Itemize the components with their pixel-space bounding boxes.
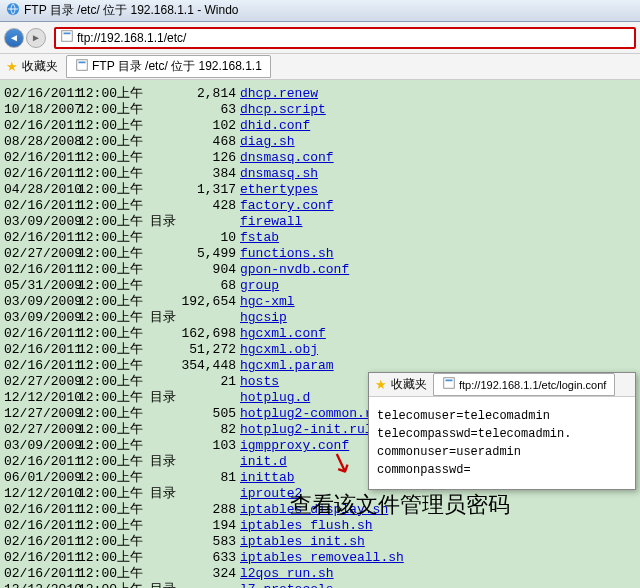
list-row: 02/16/201112:00上午126dnsmasq.conf xyxy=(0,150,640,166)
popup-fav-label[interactable]: 收藏夹 xyxy=(391,376,427,393)
file-link[interactable]: diag.sh xyxy=(240,134,295,149)
col-dir xyxy=(144,150,180,166)
col-dir xyxy=(144,230,180,246)
file-link[interactable]: iptables_flush.sh xyxy=(240,518,373,533)
file-link[interactable]: l7-protocols xyxy=(240,582,334,588)
file-link[interactable]: hgcxml.param xyxy=(240,358,334,373)
file-link[interactable]: hotplug.d xyxy=(240,390,310,405)
col-dir xyxy=(144,470,180,486)
col-size xyxy=(180,454,240,470)
file-link[interactable]: factory.conf xyxy=(240,198,334,213)
file-link[interactable]: iptables_removeall.sh xyxy=(240,550,404,565)
file-link[interactable]: dnsmasq.conf xyxy=(240,150,334,165)
col-time: 12:00上午 xyxy=(78,118,144,134)
col-size: 10 xyxy=(180,230,240,246)
col-size: 633 xyxy=(180,550,240,566)
col-dir xyxy=(144,262,180,278)
file-link[interactable]: dnsmasq.sh xyxy=(240,166,318,181)
col-name: dhcp.renew xyxy=(240,86,318,102)
col-name: dhid.conf xyxy=(240,118,310,134)
tab-current[interactable]: FTP 目录 /etc/ 位于 192.168.1.1 xyxy=(66,55,271,78)
col-dir xyxy=(144,182,180,198)
file-link[interactable]: init.d xyxy=(240,454,287,469)
svg-rect-1 xyxy=(62,31,73,42)
col-size: 354,448 xyxy=(180,358,240,374)
col-date: 02/16/2011 xyxy=(0,198,78,214)
nav-toolbar: ◄ ► ftp://192.168.1.1/etc/ xyxy=(0,22,640,54)
favorites-label[interactable]: 收藏夹 xyxy=(22,58,58,75)
file-link[interactable]: iptables_init.sh xyxy=(240,534,365,549)
col-dir xyxy=(144,342,180,358)
file-link[interactable]: gpon-nvdb.conf xyxy=(240,262,349,277)
list-row: 02/16/201112:00上午2,814dhcp.renew xyxy=(0,86,640,102)
list-row: 04/28/201012:00上午1,317ethertypes xyxy=(0,182,640,198)
file-link[interactable]: hgcsip xyxy=(240,310,287,325)
list-row: 02/16/201112:00上午162,698hgcxml.conf xyxy=(0,326,640,342)
col-name: l2qos_run.sh xyxy=(240,566,334,582)
star-icon[interactable]: ★ xyxy=(375,377,387,392)
col-time: 12:00上午 xyxy=(78,166,144,182)
forward-button[interactable]: ► xyxy=(26,28,46,48)
list-row: 03/09/200912:00上午192,654hgc-xml xyxy=(0,294,640,310)
col-time: 12:00上午 xyxy=(78,310,144,326)
file-link[interactable]: dhid.conf xyxy=(240,118,310,133)
popup-window: ★ 收藏夹 ftp://192.168.1.1/etc/login.conf t… xyxy=(368,372,636,490)
col-dir xyxy=(144,438,180,454)
list-row: 12/12/201012:00上午目录l7-protocols xyxy=(0,582,640,588)
address-bar[interactable]: ftp://192.168.1.1/etc/ xyxy=(54,27,636,49)
col-size: 162,698 xyxy=(180,326,240,342)
popup-tab[interactable]: ftp://192.168.1.1/etc/login.conf xyxy=(433,373,615,396)
file-link[interactable]: dhcp.renew xyxy=(240,86,318,101)
col-date: 02/16/2011 xyxy=(0,166,78,182)
back-button[interactable]: ◄ xyxy=(4,28,24,48)
col-name: hgc-xml xyxy=(240,294,295,310)
file-link[interactable]: fstab xyxy=(240,230,279,245)
col-time: 12:00上午 xyxy=(78,374,144,390)
file-link[interactable]: group xyxy=(240,278,279,293)
list-row: 02/16/201112:00上午583iptables_init.sh xyxy=(0,534,640,550)
col-size: 82 xyxy=(180,422,240,438)
col-dir xyxy=(144,518,180,534)
col-size: 51,272 xyxy=(180,342,240,358)
col-size: 1,317 xyxy=(180,182,240,198)
col-time: 12:00上午 xyxy=(78,534,144,550)
list-row: 02/16/201112:00上午904gpon-nvdb.conf xyxy=(0,262,640,278)
col-name: functions.sh xyxy=(240,246,334,262)
col-name: ethertypes xyxy=(240,182,318,198)
file-link[interactable]: hgcxml.obj xyxy=(240,342,318,357)
file-link[interactable]: dhcp.script xyxy=(240,102,326,117)
col-time: 12:00上午 xyxy=(78,438,144,454)
col-size: 81 xyxy=(180,470,240,486)
file-link[interactable]: l2qos_run.sh xyxy=(240,566,334,581)
window-title: FTP 目录 /etc/ 位于 192.168.1.1 - Windo xyxy=(24,2,239,19)
file-link[interactable]: hotplug2-init.rules xyxy=(240,422,388,437)
col-date: 04/28/2010 xyxy=(0,182,78,198)
tab-icon xyxy=(442,376,459,393)
col-name: hgcxml.conf xyxy=(240,326,326,342)
col-date: 03/09/2009 xyxy=(0,438,78,454)
list-row: 05/31/200912:00上午68group xyxy=(0,278,640,294)
config-line: telecomuser=telecomadmin xyxy=(377,407,627,425)
list-row: 02/27/200912:00上午5,499functions.sh xyxy=(0,246,640,262)
file-link[interactable]: hgc-xml xyxy=(240,294,295,309)
col-name: iptables_removeall.sh xyxy=(240,550,404,566)
star-icon[interactable]: ★ xyxy=(6,59,18,74)
file-link[interactable]: hgcxml.conf xyxy=(240,326,326,341)
file-link[interactable]: firewall xyxy=(240,214,302,229)
popup-url: ftp://192.168.1.1/etc/login.conf xyxy=(459,379,606,391)
col-name: gpon-nvdb.conf xyxy=(240,262,349,278)
file-link[interactable]: ethertypes xyxy=(240,182,318,197)
col-size: 63 xyxy=(180,102,240,118)
file-link[interactable]: functions.sh xyxy=(240,246,334,261)
col-date: 02/16/2011 xyxy=(0,230,78,246)
col-time: 12:00上午 xyxy=(78,198,144,214)
file-link[interactable]: inittab xyxy=(240,470,295,485)
col-time: 12:00上午 xyxy=(78,454,144,470)
col-date: 06/01/2009 xyxy=(0,470,78,486)
col-date: 08/28/2008 xyxy=(0,134,78,150)
col-size: 583 xyxy=(180,534,240,550)
col-time: 12:00上午 xyxy=(78,230,144,246)
col-time: 12:00上午 xyxy=(78,294,144,310)
col-date: 12/12/2010 xyxy=(0,582,78,588)
file-link[interactable]: hosts xyxy=(240,374,279,389)
